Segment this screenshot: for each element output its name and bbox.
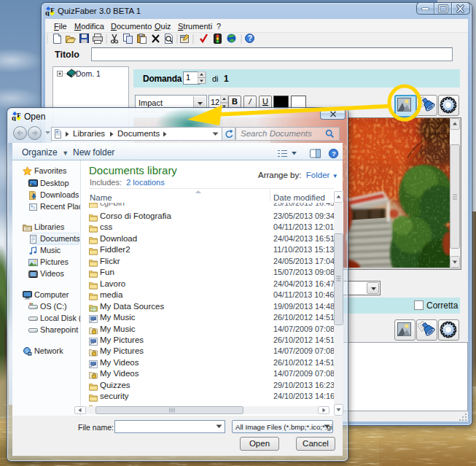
svg-text:F: F: [50, 7, 55, 14]
svg-text:?: ?: [248, 34, 252, 42]
svg-text:q: q: [45, 9, 50, 16]
